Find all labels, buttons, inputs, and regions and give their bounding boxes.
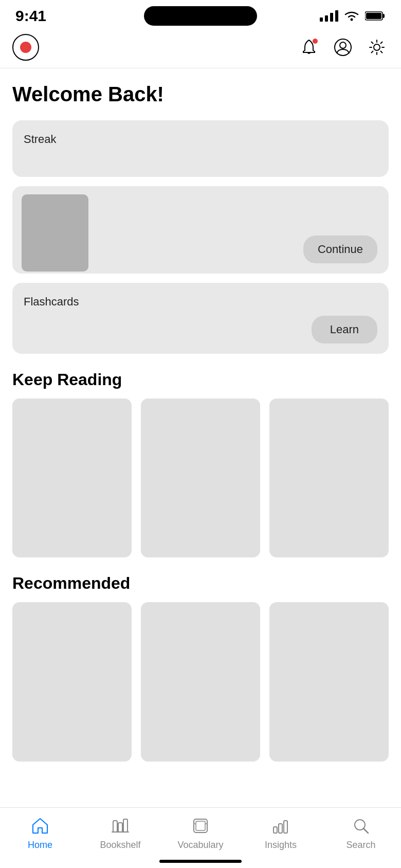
notification-button[interactable] — [297, 35, 321, 59]
tab-home[interactable]: Home — [0, 815, 80, 851]
tab-insights-label: Insights — [265, 840, 297, 851]
svg-line-23 — [363, 828, 368, 833]
record-dot — [20, 42, 31, 53]
search-icon — [350, 815, 372, 837]
top-nav — [0, 29, 401, 68]
tab-insights[interactable]: Insights — [241, 815, 321, 851]
recommended-title: Recommended — [12, 574, 389, 593]
keep-reading-title: Keep Reading — [12, 370, 389, 389]
tab-vocabulary[interactable]: Vocabulary — [160, 815, 241, 851]
svg-rect-11 — [113, 821, 117, 832]
learn-button[interactable]: Learn — [312, 316, 377, 343]
recommended-book-3[interactable] — [269, 602, 389, 761]
recommended-book-1[interactable] — [12, 602, 132, 761]
svg-rect-19 — [274, 827, 277, 833]
streak-card[interactable]: Streak — [12, 120, 389, 177]
continue-card[interactable]: Continue — [12, 186, 389, 274]
signal-icon — [320, 10, 338, 22]
tab-search-label: Search — [346, 840, 375, 851]
vocabulary-icon — [190, 815, 211, 837]
tab-bookshelf-label: Bookshelf — [100, 840, 140, 851]
svg-rect-6 — [366, 13, 381, 19]
svg-rect-16 — [196, 821, 205, 830]
insights-icon — [270, 815, 291, 837]
svg-rect-20 — [279, 824, 282, 833]
profile-icon — [334, 38, 352, 57]
tab-search[interactable]: Search — [321, 815, 401, 851]
tab-vocabulary-label: Vocabulary — [177, 840, 223, 851]
record-button[interactable] — [12, 34, 39, 61]
svg-rect-3 — [335, 10, 338, 22]
wifi-icon — [343, 10, 360, 22]
tab-home-label: Home — [28, 840, 52, 851]
svg-rect-12 — [118, 823, 122, 832]
svg-rect-0 — [320, 17, 323, 22]
recommended-book-2[interactable] — [141, 602, 260, 761]
svg-point-9 — [340, 42, 346, 48]
home-icon — [29, 815, 51, 837]
notification-dot — [313, 39, 318, 44]
book-thumbnail — [22, 194, 88, 272]
flashcards-card[interactable]: Flashcards Learn — [12, 283, 389, 354]
home-indicator — [159, 860, 242, 863]
svg-rect-1 — [325, 15, 328, 22]
svg-point-4 — [351, 19, 353, 21]
tab-bar: Home Bookshelf Vocabulary — [0, 807, 401, 868]
flashcards-label: Flashcards — [24, 295, 377, 309]
welcome-title: Welcome Back! — [12, 83, 389, 106]
continue-button[interactable]: Continue — [303, 236, 377, 263]
status-time: 9:41 — [15, 7, 46, 25]
recommended-grid — [12, 602, 389, 761]
nav-right-icons — [297, 35, 389, 59]
streak-label: Streak — [24, 133, 57, 146]
main-content: Welcome Back! Streak Continue Flashcards… — [0, 68, 401, 762]
battery-icon — [365, 11, 386, 21]
keep-reading-book-3[interactable] — [269, 399, 389, 557]
profile-button[interactable] — [331, 35, 355, 59]
svg-rect-13 — [123, 819, 127, 832]
status-icons — [320, 10, 386, 22]
svg-rect-21 — [284, 821, 287, 833]
gear-icon — [368, 38, 386, 57]
dynamic-island — [144, 6, 257, 26]
keep-reading-book-2[interactable] — [141, 399, 260, 557]
svg-rect-7 — [382, 14, 385, 18]
keep-reading-book-1[interactable] — [12, 399, 132, 557]
tab-bookshelf[interactable]: Bookshelf — [80, 815, 160, 851]
bookshelf-icon — [110, 815, 131, 837]
keep-reading-grid — [12, 399, 389, 557]
svg-point-10 — [374, 44, 380, 50]
settings-button[interactable] — [365, 35, 389, 59]
svg-rect-2 — [330, 13, 333, 22]
